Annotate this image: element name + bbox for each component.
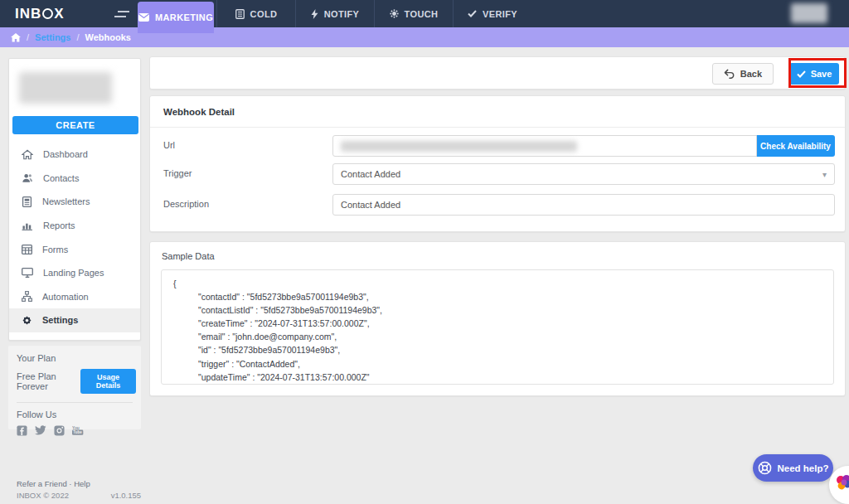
sidebar-item-contacts[interactable]: Contacts	[9, 167, 140, 191]
tab-notify[interactable]: NOTIFY	[295, 0, 374, 27]
check-icon	[797, 70, 806, 78]
breadcrumb-separator: /	[76, 32, 79, 42]
sidebar-item-landing-pages[interactable]: Landing Pages	[9, 261, 140, 285]
plan-title: Your Plan	[8, 346, 141, 363]
social-icons: YouTube	[8, 419, 141, 436]
menu-label: Automation	[42, 292, 89, 302]
envelope-icon	[138, 13, 149, 22]
app-footer: Refer a Friend · Help INBOX © 2022 v1.0.…	[17, 479, 141, 500]
svg-text:You: You	[72, 426, 80, 430]
json-line: {	[173, 277, 822, 290]
json-line: }	[173, 384, 822, 385]
tab-label: COLD	[250, 9, 278, 19]
webhook-detail-title: Webhook Detail	[150, 96, 845, 127]
plan-panel: Your Plan Free Plan Forever Usage Detail…	[8, 346, 141, 429]
brain-icon	[836, 473, 849, 492]
table-grid-icon	[22, 245, 32, 254]
sidebar-item-settings[interactable]: Settings	[9, 308, 140, 332]
plan-name: Free Plan Forever	[17, 371, 80, 391]
twitter-icon[interactable]	[35, 425, 46, 435]
document-icon	[235, 9, 245, 19]
tab-cold[interactable]: COLD	[216, 0, 295, 27]
tab-label: TOUCH	[405, 9, 439, 19]
breadcrumb: / Settings / Webhooks	[0, 27, 849, 47]
account-info-redacted	[19, 72, 112, 104]
follow-us-title: Follow Us	[8, 403, 141, 419]
home-icon	[22, 149, 33, 160]
trigger-select[interactable]: Contact Added ▾	[332, 163, 835, 185]
tab-label: VERIFY	[483, 9, 517, 19]
svg-text:Tube: Tube	[73, 431, 82, 435]
check-icon	[468, 10, 477, 17]
menu-label: Forms	[42, 245, 68, 254]
need-help-label: Need help?	[778, 463, 829, 473]
copyright: INBOX © 2022	[17, 491, 69, 500]
contacts-icon	[22, 172, 33, 183]
sample-data-title: Sample Data	[150, 242, 845, 269]
lifebuoy-icon	[758, 461, 772, 475]
lightning-icon	[311, 9, 318, 19]
json-line: "trigger" : "ContactAdded",	[173, 357, 822, 371]
app-root: INBX MARKETING COLD NOTIFY TOUCH VERIFY	[0, 0, 849, 504]
webhook-detail-card: Webhook Detail Url Check Availability Tr…	[149, 95, 846, 232]
usage-details-button[interactable]: Usage Details	[80, 369, 136, 394]
menu-label: Dashboard	[43, 149, 88, 159]
gear-icon	[22, 315, 32, 326]
description-input[interactable]: Contact Added	[332, 194, 835, 216]
sidebar-item-forms[interactable]: Forms	[9, 237, 140, 261]
sidebar: CREATE Dashboard Contacts Newsletters Re…	[8, 58, 141, 341]
need-help-button[interactable]: Need help?	[753, 454, 833, 482]
action-toolbar: Back Save	[149, 56, 846, 90]
sidebar-menu: Dashboard Contacts Newsletters Reports F…	[9, 143, 140, 332]
url-value-redacted	[341, 141, 577, 152]
save-label: Save	[811, 69, 832, 79]
description-value: Contact Added	[341, 200, 400, 210]
home-icon[interactable]	[11, 33, 21, 42]
menu-label: Settings	[42, 315, 78, 325]
workflow-icon	[22, 291, 32, 302]
sidebar-item-dashboard[interactable]: Dashboard	[9, 143, 140, 167]
trigger-selected-value: Contact Added	[341, 169, 400, 179]
menu-label: Newsletters	[42, 196, 90, 206]
trigger-label: Trigger	[163, 168, 192, 178]
tab-label: MARKETING	[155, 12, 213, 22]
breadcrumb-settings-link[interactable]: Settings	[35, 32, 70, 42]
version: v1.0.155	[111, 491, 141, 500]
sidebar-item-automation[interactable]: Automation	[9, 285, 140, 309]
json-line: "contactId" : "5fd5273bbe9a57001194e9b3"…	[173, 290, 822, 303]
sidebar-item-reports[interactable]: Reports	[9, 214, 140, 238]
tab-marketing[interactable]: MARKETING	[138, 2, 214, 33]
tab-verify[interactable]: VERIFY	[453, 0, 531, 27]
url-label: Url	[163, 140, 175, 150]
facebook-icon[interactable]	[17, 425, 27, 436]
divider	[150, 127, 845, 128]
inbox-logo[interactable]: INBX	[15, 6, 106, 22]
menu-label: Landing Pages	[43, 268, 104, 278]
top-nav: INBX MARKETING COLD NOTIFY TOUCH VERIFY	[0, 0, 849, 27]
user-profile-redacted[interactable]	[791, 3, 827, 23]
json-line: "createTime" : "2024-07-31T13:57:00.000Z…	[173, 317, 822, 330]
check-availability-button[interactable]: Check Availability	[756, 135, 835, 157]
instagram-icon[interactable]	[54, 425, 65, 436]
description-label: Description	[163, 199, 209, 209]
undo-arrow-icon	[724, 69, 735, 79]
save-button[interactable]: Save	[789, 63, 839, 85]
refer-help-links[interactable]: Refer a Friend · Help	[17, 479, 141, 488]
tab-touch[interactable]: TOUCH	[374, 0, 453, 27]
json-line: "contactListId" : "5fd5273bbe9a57001194e…	[173, 303, 822, 317]
tab-label: NOTIFY	[324, 9, 360, 19]
breadcrumb-separator: /	[27, 32, 29, 42]
youtube-icon[interactable]: YouTube	[72, 425, 85, 436]
monitor-icon	[22, 268, 33, 278]
sidebar-item-newsletters[interactable]: Newsletters	[9, 190, 140, 214]
create-button[interactable]: CREATE	[12, 116, 138, 134]
json-line: "updateTime" : "2024-07-31T13:57:00.000Z…	[173, 371, 822, 384]
back-button[interactable]: Back	[712, 63, 774, 85]
sample-data-card: Sample Data { "contactId" : "5fd5273bbe9…	[149, 241, 846, 396]
menu-label: Reports	[43, 220, 75, 230]
breadcrumb-current-page: Webhooks	[85, 32, 131, 42]
newsletter-icon	[22, 196, 32, 207]
url-input[interactable]	[332, 135, 757, 157]
menu-toggle-icon[interactable]	[114, 7, 131, 21]
chevron-down-icon: ▾	[822, 170, 827, 179]
